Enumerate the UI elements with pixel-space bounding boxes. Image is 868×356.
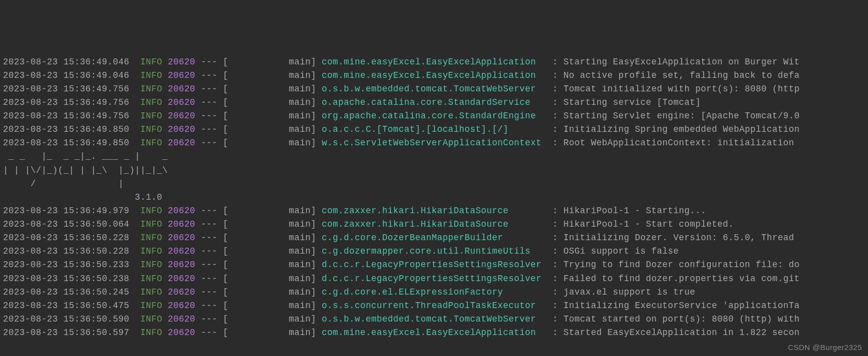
thread-name: [ main]	[223, 57, 316, 67]
log-message: : Tomcat initialized with port(s): 8080 …	[552, 84, 800, 94]
process-id: 20620	[168, 111, 195, 121]
separator: ---	[201, 233, 217, 243]
thread-name: [ main]	[223, 233, 316, 243]
log-message: : Initializing ExecutorService 'applicat…	[552, 301, 800, 311]
log-level: INFO	[140, 287, 162, 297]
log-message: : No active profile set, falling back to…	[552, 70, 800, 80]
log-line[interactable]: 2023-08-23 15:36:50.590 INFO 20620 --- […	[3, 313, 865, 326]
log-line[interactable]: 2023-08-23 15:36:50.228 INFO 20620 --- […	[3, 245, 865, 258]
log-line[interactable]: 2023-08-23 15:36:50.245 INFO 20620 --- […	[3, 286, 865, 299]
log-message: : Started EasyExcelApplication in 1.822 …	[552, 328, 800, 338]
process-id: 20620	[168, 301, 195, 311]
log-message: : Starting Servlet engine: [Apache Tomca…	[552, 111, 800, 121]
thread-name: [ main]	[223, 246, 316, 256]
log-level: INFO	[140, 233, 162, 243]
process-id: 20620	[168, 206, 195, 216]
separator: ---	[201, 287, 217, 297]
log-line[interactable]: 2023-08-23 15:36:50.597 INFO 20620 --- […	[3, 326, 865, 340]
separator: ---	[201, 219, 217, 229]
thread-name: [ main]	[223, 328, 316, 338]
timestamp: 2023-08-23 15:36:50.233	[3, 260, 129, 270]
logger-name: d.c.c.r.LegacyPropertiesSettingsResolver	[322, 274, 547, 284]
timestamp: 2023-08-23 15:36:50.590	[3, 314, 129, 324]
process-id: 20620	[168, 274, 195, 284]
process-id: 20620	[168, 138, 195, 148]
separator: ---	[201, 260, 217, 270]
separator: ---	[201, 301, 217, 311]
log-level: INFO	[140, 219, 162, 229]
process-id: 20620	[168, 287, 195, 297]
log-message: : Initializing Dozer. Version: 6.5.0, Th…	[552, 233, 800, 243]
log-line[interactable]: 2023-08-23 15:36:49.046 INFO 20620 --- […	[3, 55, 865, 69]
timestamp: 2023-08-23 15:36:50.475	[3, 301, 129, 311]
thread-name: [ main]	[223, 260, 316, 270]
log-message: : HikariPool-1 - Start completed.	[552, 219, 734, 229]
log-line[interactable]: 2023-08-23 15:36:49.756 INFO 20620 --- […	[3, 109, 865, 123]
log-line[interactable]: 2023-08-23 15:36:50.233 INFO 20620 --- […	[3, 258, 865, 272]
log-line[interactable]: 2023-08-23 15:36:49.756 INFO 20620 --- […	[3, 96, 865, 109]
logger-name: c.g.d.core.el.ELExpressionFactory	[322, 287, 547, 297]
ascii-banner-line: / |	[3, 177, 865, 191]
log-line[interactable]: 2023-08-23 15:36:49.046 INFO 20620 --- […	[3, 69, 865, 82]
logger-name: o.s.s.concurrent.ThreadPoolTaskExecutor	[322, 301, 547, 311]
log-line[interactable]: 2023-08-23 15:36:50.475 INFO 20620 --- […	[3, 299, 865, 313]
logger-name: com.zaxxer.hikari.HikariDataSource	[322, 206, 547, 216]
log-level: INFO	[140, 274, 162, 284]
timestamp: 2023-08-23 15:36:50.228	[3, 233, 129, 243]
separator: ---	[201, 111, 217, 121]
timestamp: 2023-08-23 15:36:49.850	[3, 124, 129, 134]
log-output[interactable]: 2023-08-23 15:36:49.046 INFO 20620 --- […	[3, 55, 865, 340]
separator: ---	[201, 246, 217, 256]
process-id: 20620	[168, 124, 195, 134]
log-line[interactable]: 2023-08-23 15:36:50.238 INFO 20620 --- […	[3, 272, 865, 286]
separator: ---	[201, 84, 217, 94]
timestamp: 2023-08-23 15:36:49.756	[3, 111, 129, 121]
logger-name: o.s.b.w.embedded.tomcat.TomcatWebServer	[322, 84, 547, 94]
separator: ---	[201, 274, 217, 284]
log-level: INFO	[140, 314, 162, 324]
ascii-banner-line: _ _ |_ _ _|_. ___ _ | _	[3, 150, 865, 163]
logger-name: com.mine.easyExcel.EasyExcelApplication	[322, 57, 547, 67]
thread-name: [ main]	[223, 314, 316, 324]
log-level: INFO	[140, 260, 162, 270]
log-level: INFO	[140, 138, 162, 148]
separator: ---	[201, 124, 217, 134]
log-line[interactable]: 2023-08-23 15:36:49.850 INFO 20620 --- […	[3, 123, 865, 136]
log-line[interactable]: 2023-08-23 15:36:49.850 INFO 20620 --- […	[3, 136, 865, 150]
timestamp: 2023-08-23 15:36:49.756	[3, 97, 129, 107]
timestamp: 2023-08-23 15:36:50.245	[3, 287, 129, 297]
log-message: : Starting EasyExcelApplication on Burge…	[552, 57, 800, 67]
log-level: INFO	[140, 206, 162, 216]
logger-name: d.c.c.r.LegacyPropertiesSettingsResolver	[322, 260, 547, 270]
process-id: 20620	[168, 219, 195, 229]
watermark: CSDN @Burger2325	[788, 342, 862, 353]
process-id: 20620	[168, 260, 195, 270]
separator: ---	[201, 206, 217, 216]
timestamp: 2023-08-23 15:36:50.064	[3, 219, 129, 229]
logger-name: o.a.c.c.C.[Tomcat].[localhost].[/]	[322, 124, 547, 134]
log-line[interactable]: 2023-08-23 15:36:50.064 INFO 20620 --- […	[3, 218, 865, 231]
timestamp: 2023-08-23 15:36:50.597	[3, 328, 129, 338]
logger-name: c.g.d.core.DozerBeanMapperBuilder	[322, 233, 547, 243]
log-line[interactable]: 2023-08-23 15:36:50.228 INFO 20620 --- […	[3, 231, 865, 245]
log-level: INFO	[140, 70, 162, 80]
log-line[interactable]: 2023-08-23 15:36:49.756 INFO 20620 --- […	[3, 82, 865, 96]
thread-name: [ main]	[223, 138, 316, 148]
process-id: 20620	[168, 84, 195, 94]
logger-name: o.s.b.w.embedded.tomcat.TomcatWebServer	[322, 314, 547, 324]
log-message: : Trying to find Dozer configuration fil…	[552, 260, 800, 270]
thread-name: [ main]	[223, 84, 316, 94]
log-level: INFO	[140, 246, 162, 256]
thread-name: [ main]	[223, 97, 316, 107]
thread-name: [ main]	[223, 287, 316, 297]
thread-name: [ main]	[223, 70, 316, 80]
logger-name: c.g.dozermapper.core.util.RuntimeUtils	[322, 246, 547, 256]
log-level: INFO	[140, 97, 162, 107]
ascii-banner-line: | | |\/|_)(_| | |_\ |_)||_|_\	[3, 164, 865, 177]
log-level: INFO	[140, 301, 162, 311]
log-message: : Starting service [Tomcat]	[552, 97, 701, 107]
log-line[interactable]: 2023-08-23 15:36:49.979 INFO 20620 --- […	[3, 204, 865, 218]
log-message: : Tomcat started on port(s): 8080 (http)…	[552, 314, 800, 324]
log-message: : javax.el support is true	[552, 287, 695, 297]
thread-name: [ main]	[223, 301, 316, 311]
